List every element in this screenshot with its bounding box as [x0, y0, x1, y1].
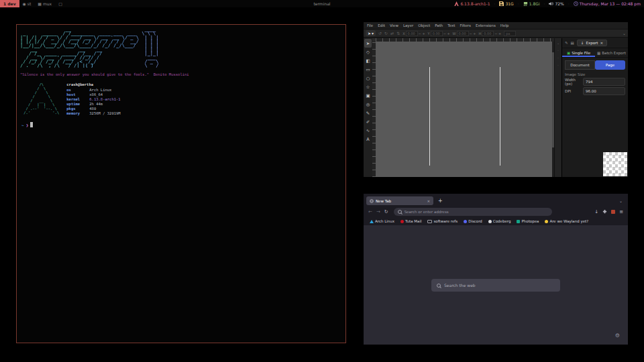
web-search-input[interactable]: Search the web	[431, 279, 560, 292]
close-icon[interactable]: ×	[600, 41, 603, 45]
bookmarks-bar: Arch Linux Tuta Mail software refs Disco…	[364, 217, 628, 225]
text-tool[interactable]: A	[364, 135, 372, 143]
star-tool[interactable]: ☆	[364, 82, 372, 91]
menu-icon[interactable]: ≡	[619, 209, 623, 215]
dpi-input[interactable]: 96.00	[583, 87, 625, 95]
stepper[interactable]: − +	[443, 32, 450, 36]
canvas-scrollbar[interactable]	[552, 42, 554, 177]
shell-prompt[interactable]: ~ ❯	[21, 122, 345, 127]
bookmark-are-we-wayland-yet[interactable]: Are we Wayland yet?	[545, 219, 588, 223]
pencil-tool[interactable]: ✎	[364, 109, 372, 117]
fetch-row: pkgs 480	[66, 107, 120, 111]
canvas-area[interactable]	[372, 38, 554, 177]
active-tab[interactable]: New Tab ×	[366, 196, 433, 205]
folder-icon	[427, 220, 432, 223]
back-button[interactable]: ←	[368, 209, 372, 215]
fetch-block: /\ / \ / \ / \ / __ \ / | | \ / .--' '--…	[21, 82, 345, 116]
field-value[interactable]: 0.00	[406, 31, 418, 36]
workspace-tag-st[interactable]: ◉ st	[19, 0, 35, 7]
menu-object[interactable]: Object	[418, 23, 430, 27]
bookmark-label: Are we Wayland yet?	[549, 219, 588, 223]
units-dropdown[interactable]: px	[504, 31, 516, 36]
ellipse-tool[interactable]: ○	[364, 74, 372, 82]
inkscape-window: File Edit View Layer Object Path Text Fi…	[364, 22, 628, 177]
fill-stroke-dialog-icon[interactable]: ✎	[565, 41, 568, 45]
menu-layer[interactable]: Layer	[403, 23, 413, 27]
menu-path[interactable]: Path	[435, 23, 443, 27]
toolbar-collapse-icon[interactable]: ⌄	[623, 31, 626, 36]
selector-tool[interactable]: ➤	[364, 39, 372, 48]
stepper[interactable]: − +	[419, 32, 425, 36]
rectangle-tool[interactable]: ▭	[364, 65, 372, 74]
fortune-quote: "Silence is the only answer you should g…	[20, 72, 345, 76]
snap-option-icon[interactable]: ◦	[557, 63, 559, 67]
separator: ·	[544, 1, 545, 6]
menu-extensions[interactable]: Extensions	[476, 23, 496, 27]
tab-single-file[interactable]: ▣ Single File	[562, 48, 595, 57]
stepper[interactable]: − +	[494, 32, 501, 36]
bookmark-photopea[interactable]: Photopea	[517, 219, 539, 223]
workspace-tag-mux[interactable]: ▦ mux	[34, 0, 55, 7]
menu-view[interactable]: View	[390, 23, 398, 27]
bookmark-folder-software-refs[interactable]: software refs	[427, 219, 458, 223]
bookmark-arch-linux[interactable]: Arch Linux	[370, 219, 394, 223]
tab-close-icon[interactable]: ×	[427, 199, 430, 203]
selector-mode-dropdown[interactable]: ➤▾	[366, 30, 376, 36]
downloads-icon[interactable]: ↓	[594, 209, 598, 215]
forward-button[interactable]: →	[376, 209, 380, 215]
field-value[interactable]: 0.00	[482, 31, 494, 36]
canvas[interactable]	[376, 42, 552, 177]
list-tabs-icon[interactable]: ⌄	[619, 198, 625, 203]
clock-icon	[574, 1, 578, 6]
snap-option-icon[interactable]: ◦	[557, 48, 559, 52]
floppy-icon	[499, 1, 504, 6]
field-value[interactable]: 0.00	[431, 31, 443, 36]
pen-tool[interactable]: ✐	[364, 117, 372, 126]
workspace-tag-empty[interactable]: ▢	[55, 0, 66, 7]
tuta-favicon	[400, 220, 404, 223]
menu-help[interactable]: Help	[500, 23, 509, 27]
rotate-cw-icon[interactable]: ↻	[384, 31, 388, 36]
tab-batch-export[interactable]: ▦ Batch Export	[595, 48, 628, 57]
menu-text[interactable]: Text	[447, 23, 455, 27]
field-label: W	[453, 32, 456, 36]
width-input[interactable]: 794	[583, 78, 625, 86]
menu-edit[interactable]: Edit	[378, 23, 385, 27]
reload-button[interactable]: ↻	[384, 209, 388, 215]
y-field[interactable]: Y 0.00 − +	[428, 31, 450, 36]
height-field[interactable]: H 0.00 − +	[479, 31, 502, 36]
bookmark-codeberg[interactable]: Codeberg	[488, 219, 511, 223]
export-dialog-tab[interactable]: ↓ Export ×	[577, 40, 607, 46]
flip-horizontal-icon[interactable]: ⇄	[390, 31, 394, 36]
x-field[interactable]: X 0.00 − +	[402, 31, 425, 36]
document-button[interactable]: Document	[565, 60, 595, 70]
calligraphy-tool[interactable]: ∿	[364, 126, 372, 135]
box-3d-tool[interactable]: ▣	[364, 91, 372, 100]
terminal-window[interactable]: __ ____ _ _____ / /________ ____ ___ ___…	[16, 24, 346, 343]
rotate-ccw-icon[interactable]: ↺	[378, 31, 382, 36]
spiral-tool[interactable]: ◎	[364, 100, 372, 109]
page-settings-gear-icon[interactable]: ⚙	[615, 333, 620, 339]
stepper[interactable]: − +	[470, 32, 476, 36]
workspace-tag-dev[interactable]: 1 dev	[0, 0, 19, 7]
menu-filters[interactable]: Filters	[460, 23, 471, 27]
bookmark-discord[interactable]: Discord	[464, 219, 482, 223]
page-button[interactable]: Page	[595, 60, 625, 70]
extensions-icon[interactable]	[602, 209, 607, 214]
adblock-extension-icon[interactable]	[611, 210, 615, 214]
node-editor-tool[interactable]: ◇	[364, 48, 372, 56]
flip-vertical-icon[interactable]: ⇅	[396, 31, 400, 36]
disk-usage: 31G	[505, 1, 513, 6]
snap-toggle-icon[interactable]: ⌄	[557, 41, 559, 45]
shape-builder-tool[interactable]: ◧	[364, 56, 372, 65]
width-field[interactable]: W 0.00 − +	[453, 31, 476, 36]
url-bar[interactable]: Search or enter address	[394, 208, 552, 216]
menu-file[interactable]: File	[367, 23, 373, 27]
bookmark-tuta-mail[interactable]: Tuta Mail	[400, 219, 421, 223]
field-value[interactable]: 0.00	[457, 31, 469, 36]
ram-icon	[523, 1, 528, 6]
new-tab-button[interactable]: +	[438, 198, 443, 204]
snap-option-icon[interactable]: ◦	[557, 56, 559, 60]
document-properties-dialog-icon[interactable]: ▤	[571, 41, 574, 45]
fetch-label: os	[66, 88, 89, 93]
